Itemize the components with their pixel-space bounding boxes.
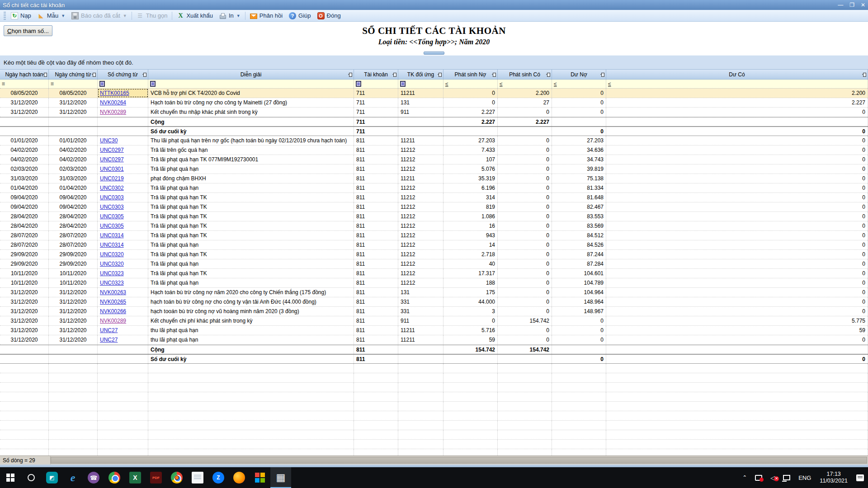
document-link[interactable]: NVK00264 [100, 99, 126, 106]
column-header-9[interactable]: Dư Nợ [552, 70, 606, 79]
table-row[interactable]: 31/03/202031/03/2020UNC0219phạt đóng chậ… [0, 174, 868, 183]
filter-cell-3[interactable] [98, 80, 148, 88]
splitter-handle[interactable] [424, 52, 444, 55]
document-link[interactable]: UNC0297 [100, 156, 124, 163]
toolbar-button-n-p[interactable]: ↻Nạp [8, 11, 34, 20]
filter-cell-10[interactable]: ≤ [606, 80, 868, 88]
document-link[interactable]: UNC0301 [100, 166, 124, 172]
document-link[interactable]: UNC0323 [100, 280, 124, 286]
document-link[interactable]: UNC0303 [100, 194, 124, 201]
filter-cell-2[interactable]: = [49, 80, 98, 88]
taskbar-edge-icon[interactable]: e [62, 467, 83, 488]
table-row[interactable]: 08/05/202008/05/2020NTTK00165VCB hỗ trợ … [0, 89, 868, 98]
taskbar-viber-icon[interactable]: ☎ [83, 467, 104, 488]
taskbar-chrome-icon[interactable] [166, 467, 187, 488]
table-row[interactable]: 31/12/202031/12/2020NVK00289Kết chuyển c… [0, 316, 868, 326]
column-header-7[interactable]: Phát sinh Nợ [443, 70, 498, 79]
document-link[interactable]: UNC0314 [100, 232, 124, 239]
toolbar-button-xu-t-kh-u[interactable]: XXuất khẩu [174, 11, 216, 20]
column-header-1[interactable]: Ngày hạch toán [0, 70, 49, 79]
document-link[interactable]: UNC30 [100, 137, 118, 144]
choose-params-button[interactable]: Chọn tham số... [4, 25, 52, 36]
close-button[interactable]: ✕ [861, 2, 865, 8]
filter-cell-7[interactable]: ≤ [443, 80, 498, 88]
table-row-total[interactable]: Cộng811154.742154.742 [0, 345, 868, 354]
notification-center-icon[interactable] [852, 467, 868, 488]
document-link[interactable]: UNC0305 [100, 223, 124, 229]
toolbar-button-in[interactable]: In▼ [216, 11, 244, 20]
text-filter-icon[interactable] [99, 81, 105, 87]
column-header-6[interactable]: TK đối ứng [398, 70, 443, 79]
taskbar-photos-icon[interactable] [250, 467, 270, 488]
column-header-8[interactable]: Phát sinh Có [498, 70, 552, 79]
taskbar-search-icon[interactable] [21, 467, 42, 488]
group-by-bar[interactable]: Kéo một tiêu đề cột vào đây để nhóm theo… [0, 55, 868, 70]
text-filter-icon[interactable] [400, 81, 406, 87]
text-filter-icon[interactable] [150, 81, 156, 87]
column-pin-icon[interactable] [492, 72, 496, 76]
table-row[interactable]: 09/04/202009/04/2020UNC0303Trả lãi phạt … [0, 202, 868, 212]
less-equal-filter-icon[interactable]: ≤ [500, 81, 503, 87]
toolbar-button-gi-p[interactable]: ?Giúp [286, 11, 314, 20]
toolbar-button--ng[interactable]: OĐóng [314, 11, 344, 20]
document-link[interactable]: UNC0297 [100, 147, 124, 153]
filter-cell-8[interactable]: ≤ [498, 80, 552, 88]
column-pin-icon[interactable] [92, 72, 96, 76]
column-header-10[interactable]: Dư Có [606, 70, 868, 79]
table-row[interactable]: 31/12/202031/12/2020UNC27thu lãi phạt qu… [0, 335, 868, 345]
table-row[interactable]: 10/11/202010/11/2020UNC0323Trả lãi phạt … [0, 269, 868, 278]
table-row[interactable]: 31/12/202031/12/2020NVK00266hạch tooán b… [0, 307, 868, 316]
filter-cell-9[interactable]: ≤ [552, 80, 606, 88]
tablet-mode-icon[interactable] [751, 467, 766, 488]
column-pin-icon[interactable] [546, 72, 550, 76]
table-row[interactable]: 28/04/202028/04/2020UNC0305Trả lãi phạt … [0, 212, 868, 221]
table-row[interactable]: 29/09/202029/09/2020UNC0320Trả lãi phạt … [0, 250, 868, 259]
taskbar-start-icon[interactable] [0, 467, 21, 488]
document-link[interactable]: NTTK00165 [100, 90, 129, 96]
taskbar-firefox-icon[interactable] [229, 467, 250, 488]
table-row[interactable]: 28/04/202028/04/2020UNC0305Trả lãi phạt … [0, 221, 868, 231]
less-equal-filter-icon[interactable]: ≤ [608, 81, 611, 87]
column-pin-icon[interactable] [862, 72, 866, 76]
taskbar-chat-app-icon[interactable]: ◩ [42, 467, 62, 488]
document-link[interactable]: NVK00263 [100, 289, 126, 296]
filter-cell-1[interactable]: = [0, 80, 49, 88]
table-row[interactable]: 01/01/202001/01/2020UNC30Thu lãi phạt qu… [0, 136, 868, 145]
column-pin-icon[interactable] [43, 72, 47, 76]
document-link[interactable]: UNC0305 [100, 213, 124, 220]
document-link[interactable]: UNC0323 [100, 270, 124, 277]
table-row[interactable]: 09/04/202009/04/2020UNC0303Trả lãi phạt … [0, 193, 868, 202]
document-link[interactable]: UNC0303 [100, 204, 124, 210]
toolbar-button-ph-n-h-i[interactable]: Phản hồi [247, 11, 286, 20]
document-link[interactable]: UNC27 [100, 327, 118, 333]
column-header-3[interactable]: Số chứng từ [98, 70, 148, 79]
document-link[interactable]: NVK00265 [100, 299, 126, 305]
table-row[interactable]: 29/09/202029/09/2020UNC0320Trả lãi phạt … [0, 259, 868, 269]
volume-muted-icon[interactable]: ◁ [766, 467, 779, 488]
toolbar-button-m-u[interactable]: ◣Mẫu▼ [34, 11, 68, 20]
horizontal-scrollbar[interactable] [51, 457, 867, 464]
network-icon[interactable] [779, 467, 794, 488]
taskbar-pdf-icon[interactable]: PDF [146, 467, 166, 488]
table-row[interactable]: 31/12/202031/12/2020NVK00263Hạch toán bù… [0, 288, 868, 297]
table-row[interactable]: 31/12/202031/12/2020NVK00264Hạch toán bù… [0, 98, 868, 108]
document-link[interactable]: UNC0219 [100, 175, 124, 182]
table-row[interactable]: 31/12/202031/12/2020UNC27thu lãi phạt qu… [0, 326, 868, 335]
table-row[interactable]: 10/11/202010/11/2020UNC0323Trả lãi phạt … [0, 278, 868, 288]
column-pin-icon[interactable] [600, 72, 604, 76]
language-indicator[interactable]: ENG [794, 467, 815, 488]
column-pin-icon[interactable] [142, 72, 146, 76]
table-row-total[interactable]: Cộng7112.2272.227 [0, 117, 868, 127]
minimize-button[interactable]: — [838, 2, 843, 8]
taskbar-zalo-icon[interactable]: Z [208, 467, 229, 488]
column-pin-icon[interactable] [438, 72, 442, 76]
table-row[interactable]: 04/02/202004/02/2020UNC0297Trả lãi trên … [0, 145, 868, 155]
clock[interactable]: 17:13 11/03/2021 [815, 471, 852, 484]
column-header-5[interactable]: Tài khoản [354, 70, 398, 79]
tray-expand-chevron-icon[interactable]: ⌃ [738, 467, 751, 488]
document-link[interactable]: UNC0302 [100, 185, 124, 191]
filter-cell-6[interactable] [398, 80, 443, 88]
document-link[interactable]: UNC0320 [100, 261, 124, 267]
column-header-2[interactable]: Ngày chứng từ [49, 70, 98, 79]
document-link[interactable]: NVK00289 [100, 318, 126, 324]
